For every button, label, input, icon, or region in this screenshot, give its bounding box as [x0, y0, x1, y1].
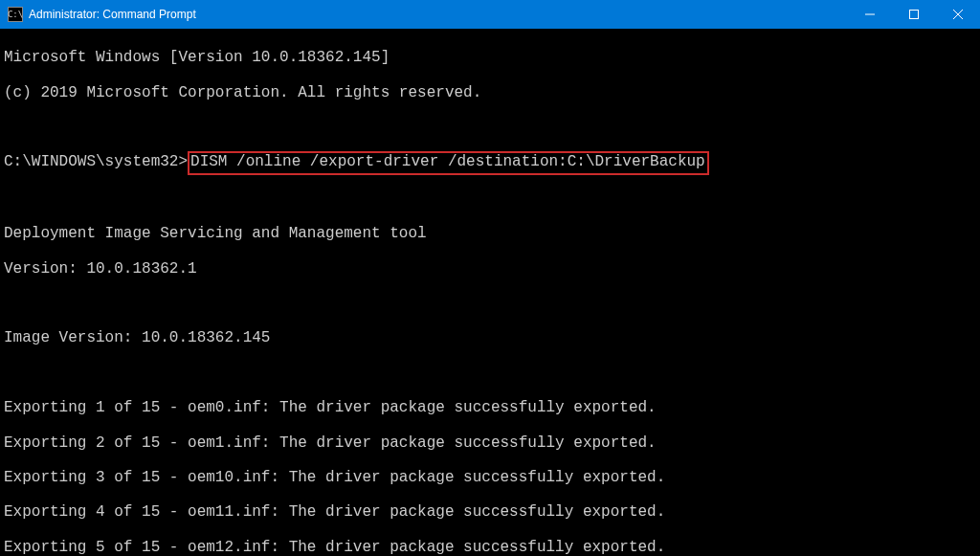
image-version-line: Image Version: 10.0.18362.145 — [4, 329, 976, 346]
dism-title-line: Deployment Image Servicing and Managemen… — [4, 225, 976, 242]
window-title: Administrator: Command Prompt — [29, 8, 848, 21]
close-icon — [953, 10, 963, 19]
minimize-button[interactable] — [848, 0, 892, 29]
export-line: Exporting 5 of 15 - oem12.inf: The drive… — [4, 539, 976, 556]
export-line: Exporting 2 of 15 - oem1.inf: The driver… — [4, 434, 976, 452]
window-controls — [848, 0, 980, 29]
blank-line — [4, 119, 976, 136]
minimize-icon — [865, 10, 875, 19]
window-titlebar[interactable]: C:\ Administrator: Command Prompt — [0, 0, 980, 29]
maximize-icon — [909, 10, 919, 19]
export-line: Exporting 3 of 15 - oem10.inf: The drive… — [4, 469, 976, 486]
prompt-prefix: C:\WINDOWS\system32> — [4, 153, 188, 170]
blank-line — [4, 295, 976, 312]
maximize-button[interactable] — [892, 0, 936, 29]
copyright-line: (c) 2019 Microsoft Corporation. All righ… — [4, 84, 976, 101]
command-highlight: DISM /online /export-driver /destination… — [188, 151, 709, 174]
command-line: C:\WINDOWS\system32>DISM /online /export… — [4, 153, 976, 172]
cmd-icon: C:\ — [8, 7, 23, 22]
export-line: Exporting 1 of 15 - oem0.inf: The driver… — [4, 399, 976, 416]
blank-line — [4, 190, 976, 208]
terminal-output[interactable]: Microsoft Windows [Version 10.0.18362.14… — [0, 29, 980, 556]
dism-version-line: Version: 10.0.18362.1 — [4, 260, 976, 278]
export-line: Exporting 4 of 15 - oem11.inf: The drive… — [4, 503, 976, 521]
blank-line — [4, 365, 976, 382]
svg-rect-0 — [910, 11, 919, 19]
close-button[interactable] — [936, 0, 980, 29]
version-line: Microsoft Windows [Version 10.0.18362.14… — [4, 49, 976, 66]
